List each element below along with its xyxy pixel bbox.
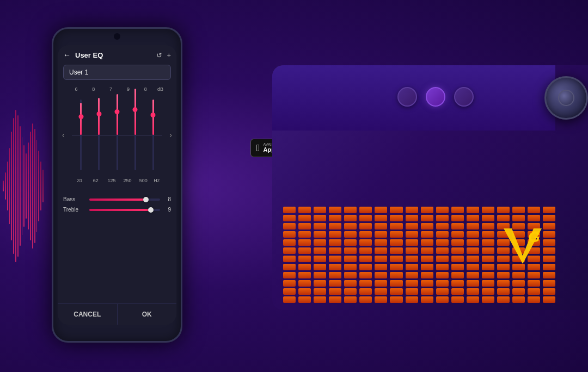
eq-bar-0[interactable] (72, 94, 90, 176)
grill-cell (451, 207, 464, 213)
grill-cell (451, 215, 464, 221)
eq-nav-right[interactable]: › (169, 131, 172, 139)
grill-cell (375, 280, 387, 287)
eq-bar-3[interactable] (126, 94, 144, 176)
name-input-container (58, 63, 176, 84)
bass-slider-thumb[interactable] (143, 197, 149, 202)
device-button-1[interactable] (397, 87, 417, 107)
grill-cell (283, 288, 296, 295)
treble-slider-track[interactable] (89, 209, 160, 211)
treble-row: Treble 9 (63, 207, 171, 213)
grill-cell (375, 231, 387, 238)
cancel-button[interactable]: CANCEL (58, 304, 118, 325)
add-icon[interactable]: + (167, 51, 171, 59)
grill-cell (359, 264, 372, 270)
grill-cell (482, 256, 494, 262)
freq-62: 62 (90, 178, 101, 183)
grill-cell (482, 223, 494, 230)
grill-cell (283, 280, 296, 287)
grill-cell (298, 231, 311, 238)
grill-cell (421, 207, 433, 213)
grill-cell (512, 296, 525, 303)
grill-cell (359, 296, 372, 303)
eq-nav-left[interactable]: ‹ (62, 131, 65, 139)
eq-freq-labels: 31 62 125 250 500 Hz (62, 176, 172, 183)
grill-cell (528, 296, 540, 303)
grill-cell (283, 247, 296, 254)
treble-slider-thumb[interactable] (148, 207, 154, 213)
eq-bar-2[interactable] (108, 94, 126, 176)
eq-bar-1[interactable] (90, 94, 108, 176)
grill-cell (344, 223, 357, 230)
app-header: ← User EQ ↺ + (58, 45, 176, 63)
grill-cell (482, 215, 494, 221)
eq-bar-4[interactable] (144, 94, 162, 176)
grill-cell (390, 296, 402, 303)
svg-text:G: G (528, 228, 540, 245)
grill-cell (421, 256, 433, 262)
eq-value-labels: 6 8 7 9 8 dB (62, 86, 172, 94)
grill-cell (390, 231, 402, 238)
header-icons: ↺ + (156, 51, 171, 59)
treble-value: 9 (164, 207, 171, 213)
grill-cell (283, 296, 296, 303)
grill-cell (375, 288, 387, 295)
grill-cell (512, 215, 525, 221)
grill-cell (421, 223, 433, 230)
grill-cell (298, 256, 311, 262)
eq-hz-unit: Hz (154, 178, 160, 183)
grill-cell (497, 215, 510, 221)
device-button-2[interactable] (426, 87, 445, 107)
grill-cell (436, 239, 449, 246)
grill-cell (451, 264, 464, 270)
bass-slider-track[interactable] (89, 199, 160, 201)
grill-cell (406, 288, 418, 295)
grill-cell (528, 288, 540, 295)
device-knob[interactable] (544, 76, 588, 120)
speaker-device: G (261, 65, 588, 326)
grill-cell (375, 247, 387, 254)
grill-cell (451, 231, 464, 238)
grill-cell (543, 288, 555, 295)
grill-cell (497, 272, 510, 278)
bass-slider-fill (89, 199, 146, 201)
grill-cell (329, 256, 341, 262)
grill-cell (314, 215, 326, 221)
bottom-buttons: CANCEL OK (58, 303, 176, 325)
grill-cell (436, 296, 449, 303)
freq-500: 500 (138, 178, 149, 183)
grill-cell (329, 264, 341, 270)
grill-cell (344, 231, 357, 238)
bass-label: Bass (63, 196, 85, 202)
grill-cell (390, 207, 402, 213)
grill-cell (314, 296, 326, 303)
grill-cell (436, 231, 449, 238)
eq-name-input[interactable] (63, 65, 171, 80)
grill-cell (298, 247, 311, 254)
grill-cell (482, 264, 494, 270)
refresh-icon[interactable]: ↺ (156, 51, 162, 59)
grill-cell (359, 239, 372, 246)
grill-cell (344, 288, 357, 295)
grill-cell (482, 280, 494, 287)
grill-cell (359, 215, 372, 221)
grill-cell (421, 280, 433, 287)
back-button[interactable]: ← (63, 51, 71, 59)
grill-cell (329, 231, 341, 238)
grill-cell (406, 207, 418, 213)
grill-cell (359, 207, 372, 213)
eq-val-4: 9 (122, 86, 133, 92)
grill-cell (421, 231, 433, 238)
grill-cell (283, 231, 296, 238)
ok-button[interactable]: OK (118, 304, 177, 325)
grill-cell (283, 256, 296, 262)
treble-label: Treble (63, 207, 85, 213)
grill-cell (482, 272, 494, 278)
grill-cell (467, 264, 479, 270)
waveform-decoration (0, 0, 44, 372)
grill-cell (298, 280, 311, 287)
freq-125: 125 (106, 178, 117, 183)
grill-cell (482, 231, 494, 238)
device-button-3[interactable] (454, 87, 474, 107)
grill-cell (314, 272, 326, 278)
